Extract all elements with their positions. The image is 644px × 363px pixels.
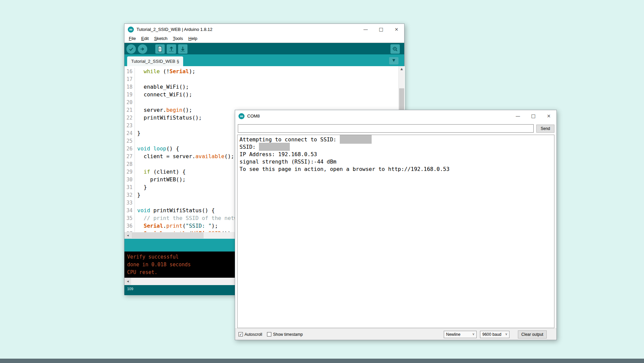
show-timestamp-checkbox[interactable] (267, 332, 271, 336)
line-number: 29 (124, 168, 135, 176)
tab-list-dropdown-button[interactable]: ▼ (389, 57, 398, 64)
code-line: 17 (124, 75, 399, 83)
line-number: 22 (124, 114, 135, 122)
line-number: 18 (124, 83, 135, 91)
clear-output-button[interactable]: Clear output (518, 330, 547, 338)
ide-minimize-button[interactable]: — (358, 24, 373, 35)
chevron-down-icon: ∨ (472, 332, 475, 336)
verify-button[interactable] (126, 44, 136, 54)
statusbar-line-number: 109 (127, 287, 133, 291)
line-number: 19 (124, 91, 135, 99)
arduino-logo-icon: ∞ (128, 27, 134, 33)
save-sketch-button[interactable] (178, 44, 187, 54)
ide-toolbar (124, 43, 404, 54)
line-number: 28 (124, 161, 135, 168)
autoscroll-checkbox[interactable]: ✓ (238, 332, 243, 336)
show-timestamp-label: Show timestamp (273, 332, 303, 337)
line-number: 32 (124, 191, 135, 199)
serial-output-area[interactable]: Attempting to connect to SSID: SSID: IP … (237, 135, 554, 328)
code-line: 16 while (!Serial); (124, 67, 399, 75)
line-number: 25 (124, 137, 135, 145)
new-sketch-icon (157, 46, 163, 52)
line-number: 16 (124, 68, 135, 76)
line-number: 24 (124, 130, 135, 137)
line-number: 26 (124, 145, 135, 153)
line-number: 30 (124, 176, 135, 184)
open-sketch-button[interactable] (167, 44, 176, 54)
arduino-logo-icon: ∞ (238, 113, 245, 119)
redacted-ssid-box (340, 135, 372, 144)
line-number: 33 (124, 199, 135, 207)
serial-window-title: COM8 (247, 114, 260, 119)
line-number: 36 (124, 222, 135, 230)
verify-check-icon (128, 46, 134, 52)
menu-item-tools[interactable]: Tools (171, 35, 184, 42)
serial-output-line: To see this page in action, open a brows… (239, 166, 552, 173)
send-button[interactable]: Send (536, 125, 554, 133)
upload-arrow-icon (140, 46, 145, 52)
save-sketch-icon (180, 46, 186, 52)
baud-rate-value: 9600 baud (482, 332, 501, 337)
desktop-bottom-strip (0, 359, 644, 363)
serial-monitor-magnifier-icon (392, 46, 398, 52)
serial-bottom-bar: ✓ Autoscroll Show timestamp Newline ∨ 96… (235, 328, 556, 340)
code-line: 20 (124, 98, 399, 106)
line-number: 34 (124, 207, 135, 215)
line-number: 21 (124, 106, 135, 114)
ide-maximize-button[interactable]: □ (373, 24, 389, 35)
tab-modified-marker: § (177, 59, 179, 64)
serial-send-input[interactable] (238, 124, 534, 133)
line-ending-value: Newline (446, 332, 461, 337)
ide-titlebar[interactable]: ∞ Tutorial_2_SSID_WEB | Arduino 1.8.12 —… (124, 24, 404, 35)
open-sketch-icon (168, 46, 174, 52)
serial-monitor-window: ∞ COM8 — □ × Send Attempting to connect … (235, 110, 557, 340)
menu-item-file[interactable]: File (127, 35, 138, 42)
line-number: 35 (124, 215, 135, 222)
menu-item-edit[interactable]: Edit (140, 35, 150, 42)
code-line: 18 enable_WiFi(); (124, 83, 399, 91)
ide-menubar: FileEditSketchToolsHelp (124, 35, 404, 43)
code-line: 19 connect_WiFi(); (124, 91, 399, 98)
ide-tabstrip: Tutorial_2_SSID_WEB§ ▼ (124, 54, 404, 66)
scroll-left-arrow-icon[interactable]: ◂ (124, 278, 131, 285)
tab-tutorial-2-ssid-web[interactable]: Tutorial_2_SSID_WEB§ (127, 56, 183, 66)
baud-rate-dropdown[interactable]: 9600 baud ∨ (480, 331, 509, 338)
serial-input-row: Send (235, 122, 556, 134)
line-number: 27 (124, 153, 135, 161)
chevron-down-icon: ∨ (505, 332, 507, 336)
serial-titlebar[interactable]: ∞ COM8 — □ × (235, 110, 556, 122)
line-number: 17 (124, 76, 135, 83)
editor-hscroll-thumb[interactable] (131, 232, 204, 238)
line-number: 31 (124, 184, 135, 191)
line-number: 20 (124, 99, 135, 106)
serial-maximize-button[interactable]: □ (526, 110, 541, 122)
serial-output-line: SSID: (239, 143, 552, 151)
serial-monitor-button[interactable] (390, 44, 400, 54)
serial-output-line: IP Address: 192.168.0.53 (239, 151, 552, 158)
autoscroll-label: Autoscroll (245, 332, 262, 337)
serial-minimize-button[interactable]: — (510, 110, 526, 122)
serial-output-line: signal strength (RSSI):-44 dBm (239, 158, 552, 166)
ide-window-title: Tutorial_2_SSID_WEB | Arduino 1.8.12 (137, 27, 212, 32)
new-sketch-button[interactable] (155, 44, 165, 54)
line-ending-dropdown[interactable]: Newline ∨ (444, 331, 477, 338)
redacted-ssid-box (259, 143, 290, 151)
tab-label: Tutorial_2_SSID_WEB (131, 59, 175, 64)
scroll-up-arrow-icon[interactable]: ▲ (399, 66, 405, 72)
menu-item-help[interactable]: Help (186, 35, 199, 42)
ide-close-button[interactable]: × (389, 24, 404, 35)
scroll-left-arrow-icon[interactable]: ◂ (124, 232, 131, 239)
menu-item-sketch[interactable]: Sketch (152, 35, 169, 42)
upload-button[interactable] (138, 44, 147, 54)
serial-close-button[interactable]: × (541, 110, 556, 122)
chevron-down-icon: ▼ (392, 58, 395, 62)
line-number: 23 (124, 122, 135, 130)
